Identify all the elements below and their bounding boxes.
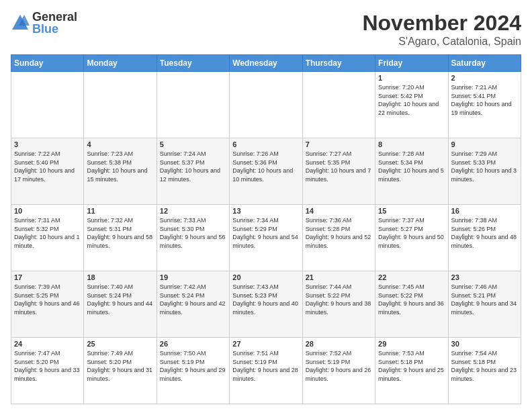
day-cell: 5Sunrise: 7:24 AM Sunset: 5:37 PM Daylig…	[157, 138, 229, 205]
day-info: Sunrise: 7:36 AM Sunset: 5:28 PM Dayligh…	[306, 216, 372, 250]
day-cell: 15Sunrise: 7:37 AM Sunset: 5:27 PM Dayli…	[375, 205, 448, 271]
day-cell: 9Sunrise: 7:29 AM Sunset: 5:33 PM Daylig…	[448, 138, 521, 205]
day-cell: 10Sunrise: 7:31 AM Sunset: 5:32 PM Dayli…	[11, 205, 84, 271]
day-number: 28	[306, 340, 372, 348]
day-number: 23	[451, 273, 518, 281]
week-row-1: 3Sunrise: 7:22 AM Sunset: 5:40 PM Daylig…	[11, 138, 521, 205]
day-cell: 3Sunrise: 7:22 AM Sunset: 5:40 PM Daylig…	[11, 138, 84, 205]
day-cell: 19Sunrise: 7:42 AM Sunset: 5:24 PM Dayli…	[157, 271, 229, 338]
day-info: Sunrise: 7:23 AM Sunset: 5:38 PM Dayligh…	[87, 150, 153, 183]
day-info: Sunrise: 7:27 AM Sunset: 5:35 PM Dayligh…	[306, 150, 372, 183]
day-number: 14	[306, 207, 372, 215]
day-info: Sunrise: 7:31 AM Sunset: 5:32 PM Dayligh…	[14, 216, 81, 250]
day-info: Sunrise: 7:43 AM Sunset: 5:23 PM Dayligh…	[232, 283, 299, 316]
logo-icon	[11, 13, 30, 32]
day-info: Sunrise: 7:47 AM Sunset: 5:20 PM Dayligh…	[14, 349, 81, 383]
week-row-0: 1Sunrise: 7:20 AM Sunset: 5:42 PM Daylig…	[11, 72, 521, 138]
day-number: 6	[232, 140, 299, 148]
day-number: 15	[378, 207, 445, 215]
day-number: 13	[232, 207, 299, 215]
day-number: 2	[451, 74, 518, 82]
day-info: Sunrise: 7:20 AM Sunset: 5:42 PM Dayligh…	[378, 83, 445, 117]
day-cell: 13Sunrise: 7:34 AM Sunset: 5:29 PM Dayli…	[230, 205, 302, 271]
day-cell: 30Sunrise: 7:54 AM Sunset: 5:18 PM Dayli…	[448, 338, 521, 404]
day-info: Sunrise: 7:49 AM Sunset: 5:20 PM Dayligh…	[87, 349, 153, 383]
day-number: 9	[451, 140, 518, 148]
day-number: 20	[232, 273, 299, 281]
header: General Blue November 2024 S'Agaro, Cata…	[11, 11, 521, 48]
day-number: 8	[378, 140, 445, 148]
col-wednesday: Wednesday	[230, 55, 302, 72]
day-info: Sunrise: 7:54 AM Sunset: 5:18 PM Dayligh…	[451, 349, 518, 383]
day-number: 12	[160, 207, 226, 215]
day-cell: 1Sunrise: 7:20 AM Sunset: 5:42 PM Daylig…	[375, 72, 448, 138]
logo-blue: Blue	[32, 23, 77, 35]
day-info: Sunrise: 7:33 AM Sunset: 5:30 PM Dayligh…	[160, 216, 226, 250]
day-cell: 7Sunrise: 7:27 AM Sunset: 5:35 PM Daylig…	[302, 138, 375, 205]
calendar-header: Sunday Monday Tuesday Wednesday Thursday…	[11, 55, 521, 72]
day-number: 27	[232, 340, 299, 348]
day-info: Sunrise: 7:45 AM Sunset: 5:22 PM Dayligh…	[378, 283, 445, 316]
day-cell: 22Sunrise: 7:45 AM Sunset: 5:22 PM Dayli…	[375, 271, 448, 338]
day-cell: 4Sunrise: 7:23 AM Sunset: 5:38 PM Daylig…	[84, 138, 157, 205]
day-info: Sunrise: 7:29 AM Sunset: 5:33 PM Dayligh…	[451, 150, 518, 183]
logo: General Blue	[11, 11, 77, 35]
day-cell: 11Sunrise: 7:32 AM Sunset: 5:31 PM Dayli…	[84, 205, 157, 271]
day-number: 25	[87, 340, 153, 348]
day-number: 21	[306, 273, 372, 281]
calendar-table: Sunday Monday Tuesday Wednesday Thursday…	[11, 54, 521, 404]
day-number: 26	[160, 340, 226, 348]
col-monday: Monday	[84, 55, 157, 72]
day-info: Sunrise: 7:26 AM Sunset: 5:36 PM Dayligh…	[232, 150, 299, 183]
day-cell: 8Sunrise: 7:28 AM Sunset: 5:34 PM Daylig…	[375, 138, 448, 205]
day-info: Sunrise: 7:22 AM Sunset: 5:40 PM Dayligh…	[14, 150, 81, 183]
day-info: Sunrise: 7:34 AM Sunset: 5:29 PM Dayligh…	[232, 216, 299, 250]
day-info: Sunrise: 7:28 AM Sunset: 5:34 PM Dayligh…	[378, 150, 445, 183]
day-cell: 12Sunrise: 7:33 AM Sunset: 5:30 PM Dayli…	[157, 205, 229, 271]
day-number: 30	[451, 340, 518, 348]
month-title: November 2024	[362, 11, 521, 36]
col-thursday: Thursday	[302, 55, 375, 72]
day-cell	[157, 72, 229, 138]
page: General Blue November 2024 S'Agaro, Cata…	[0, 0, 532, 411]
title-block: November 2024 S'Agaro, Catalonia, Spain	[362, 11, 521, 48]
location: S'Agaro, Catalonia, Spain	[362, 36, 521, 48]
day-cell: 6Sunrise: 7:26 AM Sunset: 5:36 PM Daylig…	[230, 138, 302, 205]
day-number: 1	[378, 74, 445, 82]
week-row-3: 17Sunrise: 7:39 AM Sunset: 5:25 PM Dayli…	[11, 271, 521, 338]
day-info: Sunrise: 7:46 AM Sunset: 5:21 PM Dayligh…	[451, 283, 518, 316]
day-number: 19	[160, 273, 226, 281]
day-cell	[302, 72, 375, 138]
day-cell: 27Sunrise: 7:51 AM Sunset: 5:19 PM Dayli…	[230, 338, 302, 404]
day-cell: 28Sunrise: 7:52 AM Sunset: 5:19 PM Dayli…	[302, 338, 375, 404]
day-cell: 24Sunrise: 7:47 AM Sunset: 5:20 PM Dayli…	[11, 338, 84, 404]
day-cell	[230, 72, 302, 138]
day-cell: 25Sunrise: 7:49 AM Sunset: 5:20 PM Dayli…	[84, 338, 157, 404]
day-cell: 21Sunrise: 7:44 AM Sunset: 5:22 PM Dayli…	[302, 271, 375, 338]
col-friday: Friday	[375, 55, 448, 72]
day-info: Sunrise: 7:53 AM Sunset: 5:18 PM Dayligh…	[378, 349, 445, 383]
day-number: 11	[87, 207, 153, 215]
day-info: Sunrise: 7:44 AM Sunset: 5:22 PM Dayligh…	[306, 283, 372, 316]
day-info: Sunrise: 7:38 AM Sunset: 5:26 PM Dayligh…	[451, 216, 518, 250]
day-cell: 29Sunrise: 7:53 AM Sunset: 5:18 PM Dayli…	[375, 338, 448, 404]
day-cell: 26Sunrise: 7:50 AM Sunset: 5:19 PM Dayli…	[157, 338, 229, 404]
day-info: Sunrise: 7:37 AM Sunset: 5:27 PM Dayligh…	[378, 216, 445, 250]
day-info: Sunrise: 7:42 AM Sunset: 5:24 PM Dayligh…	[160, 283, 226, 316]
day-number: 4	[87, 140, 153, 148]
day-info: Sunrise: 7:40 AM Sunset: 5:24 PM Dayligh…	[87, 283, 153, 316]
day-number: 16	[451, 207, 518, 215]
day-cell: 17Sunrise: 7:39 AM Sunset: 5:25 PM Dayli…	[11, 271, 84, 338]
header-row: Sunday Monday Tuesday Wednesday Thursday…	[11, 55, 521, 72]
logo-text: General Blue	[32, 11, 77, 35]
calendar-body: 1Sunrise: 7:20 AM Sunset: 5:42 PM Daylig…	[11, 72, 521, 404]
col-sunday: Sunday	[11, 55, 84, 72]
week-row-2: 10Sunrise: 7:31 AM Sunset: 5:32 PM Dayli…	[11, 205, 521, 271]
day-number: 10	[14, 207, 81, 215]
day-number: 24	[14, 340, 81, 348]
week-row-4: 24Sunrise: 7:47 AM Sunset: 5:20 PM Dayli…	[11, 338, 521, 404]
day-number: 18	[87, 273, 153, 281]
col-saturday: Saturday	[448, 55, 521, 72]
day-cell: 14Sunrise: 7:36 AM Sunset: 5:28 PM Dayli…	[302, 205, 375, 271]
day-info: Sunrise: 7:52 AM Sunset: 5:19 PM Dayligh…	[306, 349, 372, 383]
